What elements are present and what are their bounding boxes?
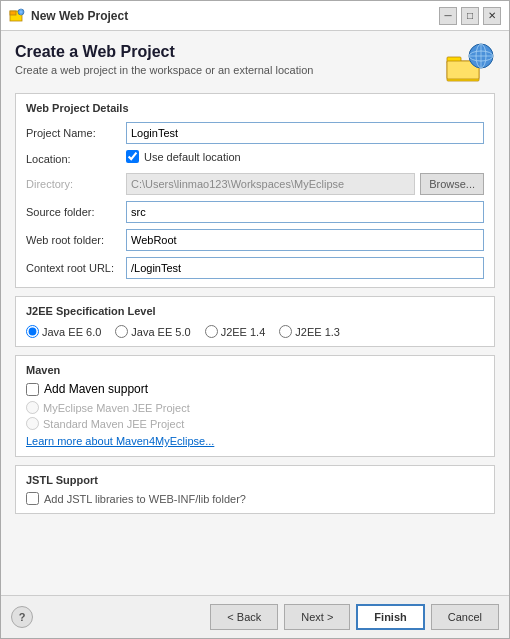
use-default-location-checkbox[interactable] [126, 150, 139, 163]
j2ee-title: J2EE Specification Level [26, 305, 484, 317]
maven-learn-more-link[interactable]: Learn more about Maven4MyEclipse... [26, 435, 214, 447]
title-bar: New Web Project ─ □ ✕ [1, 1, 509, 31]
browse-button[interactable]: Browse... [420, 173, 484, 195]
add-maven-support-checkbox[interactable] [26, 383, 39, 396]
myeclipse-maven-label: MyEclipse Maven JEE Project [43, 402, 190, 414]
j2ee-ee5-option[interactable]: Java EE 5.0 [115, 325, 190, 338]
page-header: Create a Web Project Create a web projec… [15, 43, 495, 83]
finish-button[interactable]: Finish [356, 604, 424, 630]
maximize-button[interactable]: □ [461, 7, 479, 25]
bottom-bar: ? < Back Next > Finish Cancel [1, 595, 509, 638]
header-text: Create a Web Project Create a web projec… [15, 43, 313, 76]
bottom-buttons: < Back Next > Finish Cancel [210, 604, 499, 630]
window-title: New Web Project [31, 9, 439, 23]
web-root-folder-input[interactable] [126, 229, 484, 251]
j2ee-ee6-label: Java EE 6.0 [42, 326, 101, 338]
minimize-button[interactable]: ─ [439, 7, 457, 25]
window-controls: ─ □ ✕ [439, 7, 501, 25]
use-default-location-label: Use default location [144, 151, 241, 163]
svg-rect-1 [10, 11, 16, 15]
directory-input [126, 173, 415, 195]
context-root-url-input[interactable] [126, 257, 484, 279]
web-project-details-section: Web Project Details Project Name: Locati… [15, 93, 495, 288]
j2ee-ee5-label: Java EE 5.0 [131, 326, 190, 338]
jstl-title: JSTL Support [26, 474, 484, 486]
j2ee-ee6-radio[interactable] [26, 325, 39, 338]
add-jstl-row: Add JSTL libraries to WEB-INF/lib folder… [26, 492, 484, 505]
standard-maven-option: Standard Maven JEE Project [26, 417, 484, 430]
j2ee-section: J2EE Specification Level Java EE 6.0 Jav… [15, 296, 495, 347]
page-subtitle: Create a web project in the workspace or… [15, 64, 313, 76]
project-name-row: Project Name: [26, 122, 484, 144]
j2ee-14-radio[interactable] [205, 325, 218, 338]
context-root-url-row: Context root URL: [26, 257, 484, 279]
header-icon [445, 43, 495, 83]
context-root-url-label: Context root URL: [26, 262, 126, 274]
j2ee-ee5-radio[interactable] [115, 325, 128, 338]
maven-title: Maven [26, 364, 484, 376]
content-area: Create a Web Project Create a web projec… [1, 31, 509, 595]
j2ee-radio-row: Java EE 6.0 Java EE 5.0 J2EE 1.4 J2EE 1.… [26, 325, 484, 338]
j2ee-ee6-option[interactable]: Java EE 6.0 [26, 325, 101, 338]
j2ee-14-option[interactable]: J2EE 1.4 [205, 325, 266, 338]
source-folder-input[interactable] [126, 201, 484, 223]
add-maven-support-row: Add Maven support [26, 382, 484, 396]
myeclipse-maven-radio [26, 401, 39, 414]
j2ee-13-label: J2EE 1.3 [295, 326, 340, 338]
add-jstl-label: Add JSTL libraries to WEB-INF/lib folder… [44, 493, 246, 505]
next-button[interactable]: Next > [284, 604, 350, 630]
j2ee-14-label: J2EE 1.4 [221, 326, 266, 338]
source-folder-label: Source folder: [26, 206, 126, 218]
project-name-label: Project Name: [26, 127, 126, 139]
jstl-section: JSTL Support Add JSTL libraries to WEB-I… [15, 465, 495, 514]
location-label: Location: [26, 153, 126, 165]
use-default-location-row: Use default location [126, 150, 241, 163]
web-root-folder-label: Web root folder: [26, 234, 126, 246]
add-jstl-checkbox[interactable] [26, 492, 39, 505]
source-folder-row: Source folder: [26, 201, 484, 223]
location-row: Location: Use default location [26, 150, 484, 167]
standard-maven-radio [26, 417, 39, 430]
add-maven-support-label: Add Maven support [44, 382, 148, 396]
main-window: New Web Project ─ □ ✕ Create a Web Proje… [0, 0, 510, 639]
myeclipse-maven-option: MyEclipse Maven JEE Project [26, 401, 484, 414]
web-root-folder-row: Web root folder: [26, 229, 484, 251]
page-title: Create a Web Project [15, 43, 313, 61]
cancel-button[interactable]: Cancel [431, 604, 499, 630]
web-project-details-title: Web Project Details [26, 102, 484, 114]
directory-label: Directory: [26, 178, 126, 190]
j2ee-13-radio[interactable] [279, 325, 292, 338]
maven-section: Maven Add Maven support MyEclipse Maven … [15, 355, 495, 457]
help-button[interactable]: ? [11, 606, 33, 628]
back-button[interactable]: < Back [210, 604, 278, 630]
close-button[interactable]: ✕ [483, 7, 501, 25]
window-icon [9, 8, 25, 24]
j2ee-13-option[interactable]: J2EE 1.3 [279, 325, 340, 338]
project-name-input[interactable] [126, 122, 484, 144]
directory-row: Directory: Browse... [26, 173, 484, 195]
spacer [15, 522, 495, 587]
standard-maven-label: Standard Maven JEE Project [43, 418, 184, 430]
